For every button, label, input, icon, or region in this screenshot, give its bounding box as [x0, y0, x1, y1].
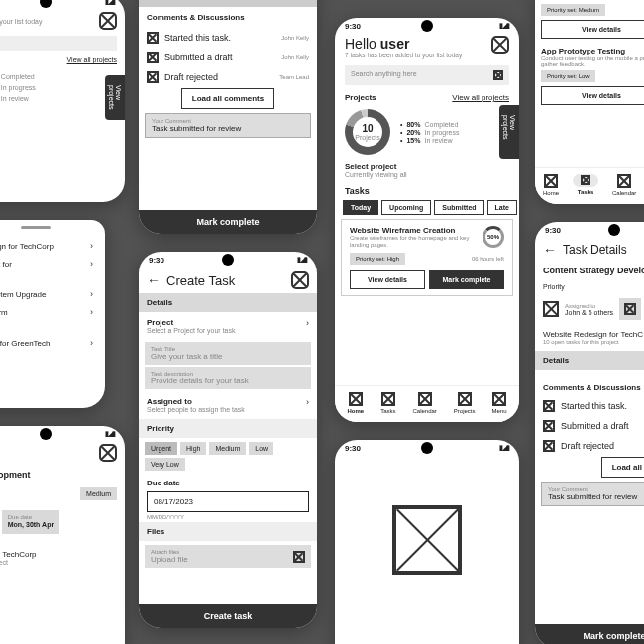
tasks-label: Tasks	[335, 182, 519, 200]
view-details-button[interactable]: View details	[541, 86, 644, 105]
list-item[interactable]: Platform›	[0, 303, 101, 321]
close-icon[interactable]	[99, 444, 117, 462]
home-partial-top: ▮◢▮ dded to your list today here View al…	[0, 0, 125, 202]
task-subtitle: Content Strategy Developmen	[535, 262, 644, 279]
view-projects-tab[interactable]: View projects	[499, 105, 519, 159]
list-item[interactable]: edesign for TechCorp›	[0, 237, 101, 255]
list-item[interactable]: ategy for GreenTech›	[0, 334, 101, 352]
status-bar: ▮◢▮	[0, 0, 125, 10]
assigned-chip[interactable]: Assigned toJohn & 5 others	[565, 303, 613, 316]
tab-late[interactable]: Late	[487, 200, 517, 215]
view-details-button[interactable]: View details	[541, 20, 644, 39]
view-details-button[interactable]: View details	[350, 270, 425, 289]
nav-calendar[interactable]: Calendar	[612, 174, 636, 196]
comments-header: Comments & Discussions	[139, 7, 317, 28]
create-task-button[interactable]: Create task	[139, 604, 317, 628]
nav-tasks[interactable]: Tasks	[380, 392, 395, 414]
dev-line: Development	[0, 464, 125, 485]
project-row[interactable]: Website Redesign for TechC 10 open tasks…	[535, 324, 644, 351]
comment-row: Started this task.John Kelly	[139, 28, 317, 48]
nav-home[interactable]: Home	[347, 392, 364, 414]
task-title-input[interactable]: Task Title Give your task a title	[145, 342, 311, 365]
close-icon[interactable]	[99, 12, 117, 30]
blank-screen: 9:30▮◢▮	[335, 440, 519, 644]
progress-ring: 50%	[483, 226, 504, 248]
stat-row: •20%In progress	[0, 84, 117, 93]
priority-verylow[interactable]: Very Low	[145, 458, 185, 471]
mark-complete-button[interactable]: Mark complete	[535, 624, 644, 644]
attach-input[interactable]: Attach filesUpload file	[145, 545, 311, 568]
placeholder-icon	[392, 505, 462, 575]
comment-row: Draft rejected	[535, 436, 644, 456]
task-title: App Prototype Testing	[541, 47, 644, 55]
back-icon[interactable]: ←	[543, 242, 557, 258]
nav-projects[interactable]: Projects	[454, 392, 476, 414]
priority-header: Priority	[139, 419, 317, 438]
priority-chip: Medium	[80, 487, 117, 500]
mark-complete-button[interactable]: Mark complete	[429, 270, 504, 289]
list-item: ent	[0, 321, 101, 334]
comment-row: Submitted a draftJohn Kelly	[139, 48, 317, 67]
select-project[interactable]: Select projectCurrently viewing all	[335, 159, 519, 182]
avatar-icon	[543, 301, 559, 317]
project-sheet: edesign for TechCorp› pment for› k M Sys…	[0, 220, 105, 408]
tab-today[interactable]: Today	[343, 200, 378, 215]
load-comments-button[interactable]: Load all comments	[181, 88, 274, 109]
view-all-link[interactable]: View all projects	[452, 93, 509, 102]
assigned-select[interactable]: Assigned toSelect people to assign the t…	[139, 391, 317, 419]
details-partial: ▮◢▮ tails Development Medium ers Due dat…	[0, 426, 125, 644]
task-card: Website Wireframe Creation Create wirefr…	[341, 219, 513, 296]
added-text: dded to your list today	[0, 18, 43, 25]
files-header: Files	[139, 522, 317, 541]
comment-row: Started this task.	[535, 396, 644, 416]
home-screen: 9:30▮◢▮ Hello user 7 tasks has been adde…	[335, 18, 519, 422]
nav-home[interactable]: Home	[543, 174, 559, 196]
nav-menu[interactable]: Menu	[491, 392, 506, 414]
hours-left: 06 hours left	[472, 256, 504, 262]
close-icon[interactable]	[291, 271, 309, 289]
priority-label: Priority	[535, 279, 644, 294]
comment-row: Submitted a draft	[535, 416, 644, 436]
mark-complete-button[interactable]: Mark complete	[139, 210, 317, 234]
list-item[interactable]: M System Upgrade›	[0, 285, 101, 303]
project-select[interactable]: ProjectSelect a Project for your task ›	[139, 312, 317, 340]
priority-medium[interactable]: Medium	[209, 442, 246, 455]
details-header: Details	[139, 293, 317, 312]
menu-icon[interactable]	[491, 36, 509, 54]
project-line[interactable]: sign for TechCorp this project	[0, 542, 125, 568]
due-date-input[interactable]: 08/17/2023	[147, 491, 309, 512]
load-comments-button[interactable]: Load all commen	[601, 457, 644, 478]
date-format: MM/DD/YYYY	[139, 512, 317, 522]
comment-row: Draft rejectedTeam Lead	[139, 67, 317, 87]
view-projects-tab[interactable]: View projects	[105, 75, 125, 120]
create-task-screen: 9:30▮◢▮ ← Create Task Details ProjectSel…	[139, 252, 317, 628]
projects-label: Projects	[345, 93, 376, 102]
list-item[interactable]: pment for›	[0, 255, 101, 272]
priority-urgent[interactable]: Urgent	[145, 442, 177, 455]
comments-header: Comments & Discussions	[535, 379, 644, 396]
task-desc-input[interactable]: Task description Provide details for you…	[145, 367, 311, 389]
stat-row: •15%In review	[0, 95, 117, 104]
task-comments-screen: Details Comments & Discussions Started t…	[139, 0, 317, 234]
task-list-partial: Content Strategy Development Draft a con…	[535, 0, 644, 204]
search-input[interactable]: here	[0, 36, 117, 51]
your-comment-box[interactable]: Your Comment Task submitted for review	[145, 113, 311, 138]
tab-upcoming[interactable]: Upcoming	[381, 200, 431, 215]
bottom-nav: Home Tasks Calendar Projects Menu	[335, 385, 519, 422]
priority-high[interactable]: High	[180, 442, 206, 455]
create-task-title: Create Task	[166, 273, 235, 288]
search-input[interactable]: Search anything here	[345, 65, 509, 85]
tab-submitted[interactable]: Submitted	[434, 200, 483, 215]
view-all-link[interactable]: View all projects	[67, 56, 117, 63]
back-icon[interactable]: ←	[147, 272, 161, 288]
list-item: k	[0, 272, 101, 285]
nav-calendar[interactable]: Calendar	[412, 392, 436, 414]
task-details-screen: 9:30▮◢ ← Task Details Content Strategy D…	[535, 222, 644, 644]
projects-donut: 10Projects	[345, 109, 390, 155]
priority-chip: Priority set: High	[350, 253, 405, 265]
your-comment-box[interactable]: Your Comment Task submitted for review	[541, 482, 644, 506]
due-date-chip: Due date Mon, 30th Apr	[2, 510, 59, 534]
due-date-label: Due date	[139, 475, 317, 491]
priority-low[interactable]: Low	[249, 442, 273, 455]
nav-tasks[interactable]: Tasks	[573, 174, 598, 196]
